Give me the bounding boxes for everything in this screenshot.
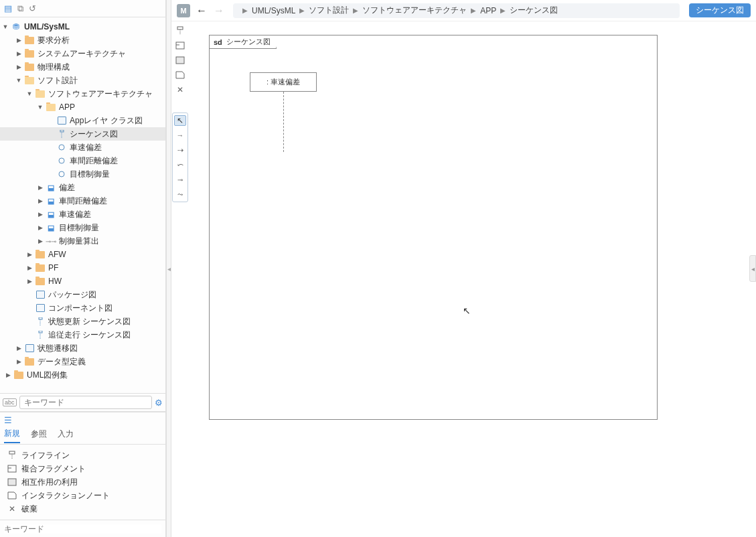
tree-item-icon — [35, 330, 46, 339]
toggle-icon[interactable]: ▶ — [25, 278, 33, 285]
tree-item[interactable]: ▶⬓目標制御量 — [0, 221, 165, 234]
tree-root[interactable]: ▼ ⛃ UML/SysML — [0, 20, 165, 33]
pal-return-msg-icon[interactable]: ⤺ — [174, 159, 186, 170]
toggle-icon[interactable]: ▼ — [1, 23, 9, 30]
breadcrumb-item[interactable]: シーケンス図 — [510, 5, 558, 16]
breadcrumb-item[interactable]: UML/SysML — [252, 6, 295, 15]
toggle-icon[interactable]: ▼ — [25, 90, 33, 97]
pal-lost-msg-icon[interactable]: ⤳ — [174, 189, 186, 200]
tool-icon-3[interactable]: ↺ — [29, 3, 36, 13]
tree-item[interactable]: ▶システムアーキテクチャ — [0, 47, 165, 60]
breadcrumb-item[interactable]: APP — [480, 6, 496, 15]
toggle-icon[interactable]: ▶ — [36, 238, 44, 244]
tool-icon-1[interactable]: ▤ — [4, 3, 12, 13]
toggle-icon[interactable]: ▶ — [25, 251, 33, 258]
tree-item-icon — [56, 116, 67, 125]
project-tree[interactable]: ▼ ⛃ UML/SysML ▶要求分析▶システムアーキテクチャ▶物理構成▼ソフト… — [0, 17, 165, 393]
tree-item-icon — [35, 263, 46, 273]
toggle-icon[interactable]: ▼ — [36, 104, 44, 110]
splitter[interactable]: ◂ — [166, 0, 171, 537]
tree-item[interactable]: ▼ソフトウェアアーキテクチャ — [0, 87, 165, 100]
tree-item-label: 目標制御量 — [59, 222, 99, 234]
tree-item[interactable]: 目標制御量 — [0, 167, 165, 181]
pal-note-icon[interactable] — [174, 70, 186, 80]
tree-item[interactable]: ▶⊸⊸制御量算出 — [0, 234, 165, 248]
toggle-icon[interactable]: ▶ — [15, 345, 23, 352]
keyword-input[interactable] — [4, 524, 161, 534]
bp-item[interactable]: インタラクションノート — [0, 489, 165, 502]
tree-item[interactable]: ▼APP — [0, 100, 165, 114]
tool-icon-2[interactable]: ⧉ — [17, 3, 23, 14]
search-type-icon[interactable]: abc — [3, 398, 17, 406]
bp-item[interactable]: 複合フラグメント — [0, 462, 165, 475]
bp-item[interactable]: ✕破棄 — [0, 502, 165, 516]
toggle-icon[interactable]: ▶ — [36, 184, 44, 191]
frame-label[interactable]: sd シーケンス図 — [209, 35, 277, 49]
toggle-icon[interactable]: ▶ — [36, 224, 44, 231]
bp-item-label: 相互作用の利用 — [21, 477, 78, 488]
toggle-icon[interactable]: ▶ — [15, 64, 23, 70]
bp-item[interactable]: 相互作用の利用 — [0, 475, 165, 489]
toggle-icon[interactable]: ▼ — [15, 77, 23, 84]
toggle-icon[interactable]: ▶ — [36, 198, 44, 204]
tree-item[interactable]: シーケンス図 — [0, 127, 165, 141]
toggle-icon[interactable]: ▶ — [15, 37, 23, 44]
pal-interaction-icon[interactable] — [174, 55, 186, 66]
right-panel-handle[interactable]: ◂ — [749, 255, 756, 282]
pal-sync-msg-icon[interactable]: → — [174, 130, 186, 141]
bp-tab[interactable]: 入力 — [58, 429, 74, 443]
lifeline-head[interactable]: : 車速偏差 — [250, 72, 317, 92]
toggle-icon[interactable]: ▶ — [36, 211, 44, 218]
bp-tab[interactable]: 新規 — [4, 428, 20, 443]
lifeline-line[interactable] — [283, 92, 284, 152]
tree-item[interactable]: ▶データ型定義 — [0, 355, 165, 368]
lifeline-icon — [7, 451, 17, 460]
tree-item-label: 状態更新 シーケンス図 — [48, 316, 131, 327]
diagram-canvas[interactable]: sd シーケンス図 : 車速偏差 — [209, 35, 658, 420]
tree-item[interactable]: パッケージ図 — [0, 288, 165, 301]
tree-item[interactable]: 車間距離偏差 — [0, 154, 165, 167]
bp-list-icon[interactable]: ☰ — [4, 415, 12, 425]
tree-item[interactable]: ▶HW — [0, 275, 165, 288]
tree-item[interactable]: 追従走行 シーケンス図 — [0, 328, 165, 341]
canvas-scroll[interactable]: sd シーケンス図 : 車速偏差 — [189, 21, 756, 537]
toggle-icon[interactable]: ▶ — [4, 372, 12, 378]
model-badge[interactable]: M — [177, 4, 190, 17]
tree-item[interactable]: ▶UML図例集 — [0, 368, 165, 382]
toggle-icon[interactable]: ▶ — [15, 50, 23, 57]
tree-item[interactable]: ▶⬓偏差 — [0, 181, 165, 194]
tree-item[interactable]: ▼ソフト設計 — [0, 74, 165, 87]
lifeline[interactable]: : 車速偏差 — [250, 72, 317, 152]
tree-item-icon — [35, 250, 46, 259]
tree-item[interactable]: ▶⬓車間距離偏差 — [0, 194, 165, 208]
pal-lifeline-icon[interactable] — [174, 25, 186, 36]
tree-item[interactable]: ▶AFW — [0, 248, 165, 261]
tree-item[interactable]: 車速偏差 — [0, 141, 165, 154]
breadcrumb-item[interactable]: ソフトウェアアーキテクチャ — [362, 5, 467, 16]
pal-destroy-icon[interactable]: ✕ — [174, 84, 186, 95]
pal-fragment-icon[interactable] — [174, 40, 186, 51]
tree-item[interactable]: 状態更新 シーケンス図 — [0, 315, 165, 328]
tree-item[interactable]: ▶状態遷移図 — [0, 341, 165, 355]
tree-item[interactable]: ▶物理構成 — [0, 60, 165, 74]
search-filter-icon[interactable]: ⚙ — [155, 398, 163, 408]
search-input[interactable] — [19, 396, 152, 409]
pal-select-icon[interactable]: ↖ — [174, 115, 186, 126]
bp-item[interactable]: ライフライン — [0, 449, 165, 462]
tree-item[interactable]: Appレイヤ クラス図 — [0, 114, 165, 127]
pal-create-msg-icon[interactable]: ⊸ — [174, 174, 186, 185]
pal-async-msg-icon[interactable]: ⇢ — [174, 145, 186, 155]
diagram-type-badge[interactable]: シーケンス図 — [689, 3, 751, 17]
tree-item[interactable]: コンポーネント図 — [0, 301, 165, 315]
tree-item-icon — [56, 169, 67, 179]
main-header: M ← → ▶UML/SysML▶ソフト設計▶ソフトウェアアーキテクチャ▶APP… — [171, 0, 756, 21]
tree-item[interactable]: ▶要求分析 — [0, 33, 165, 47]
tree-item[interactable]: ▶⬓車速偏差 — [0, 208, 165, 221]
breadcrumb[interactable]: ▶UML/SysML▶ソフト設計▶ソフトウェアアーキテクチャ▶APP▶シーケンス… — [233, 3, 680, 18]
toggle-icon[interactable]: ▶ — [15, 358, 23, 365]
nav-back[interactable]: ← — [196, 5, 208, 17]
breadcrumb-item[interactable]: ソフト設計 — [309, 5, 349, 16]
toggle-icon[interactable]: ▶ — [25, 264, 33, 271]
tree-item[interactable]: ▶PF — [0, 261, 165, 275]
bp-tab[interactable]: 参照 — [31, 429, 47, 443]
